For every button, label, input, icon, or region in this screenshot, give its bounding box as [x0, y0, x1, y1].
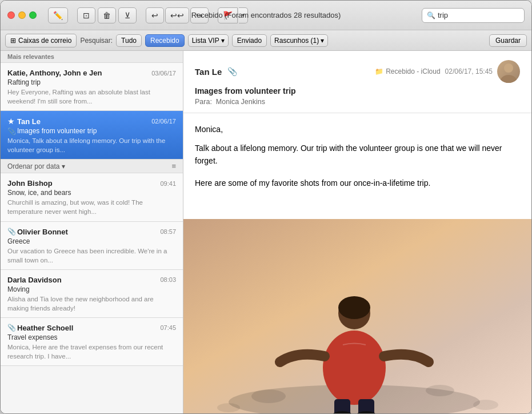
svg-point-6 [338, 296, 370, 319]
mailboxes-button[interactable]: ⊞ Caixas de correio [5, 34, 77, 47]
mailbox-icon: 📁 [375, 67, 383, 75]
filter-drafts-button[interactable]: Rascunhos (1) ▾ [270, 34, 328, 47]
sort-bar[interactable]: Ordenar por data ▾ ≡ [1, 160, 183, 173]
email-timestamp: 02/06/17, 15:45 [445, 67, 493, 75]
titlebar: ✏️ ⊡ 🗑 ⊻ ↩ ↩↩ ↪ 🚩 ▾ Recebido (Foram enco… [1, 1, 531, 30]
traffic-lights [7, 11, 37, 19]
filter-sent-button[interactable]: Enviado [232, 34, 267, 47]
reply-button[interactable]: ↩ [146, 7, 164, 23]
filter-vip-button[interactable]: Lista VIP ▾ [188, 34, 229, 47]
compose-button[interactable]: ✏️ [48, 7, 68, 23]
email-paragraph-2: Here are some of my favorite shots from … [195, 177, 520, 189]
email-greeting: Monica, [195, 125, 520, 134]
trash-button[interactable]: 🗑 [98, 7, 116, 23]
email-header-2: ★ Tan Le 02/06/17 [7, 117, 176, 126]
vip-dropdown-icon: ▾ [221, 37, 225, 45]
email-from-name: Tan Le [195, 67, 222, 77]
svg-point-0 [504, 63, 513, 73]
email-to: Monica Jenkins [216, 98, 265, 106]
section-header-relevant: Mais relevantes [1, 51, 183, 63]
mailboxes-icon: ⊞ [10, 37, 16, 45]
email-item-5[interactable]: Darla Davidson 08:03 Moving Alisha and T… [1, 270, 183, 318]
email-header-4: 📎 Olivier Bonnet 08:57 [7, 228, 176, 236]
email-subject-1: Rafting trip [7, 78, 176, 86]
search-input[interactable] [438, 11, 532, 19]
email-to-row: Para: Monica Jenkins [195, 98, 520, 106]
email-item-4[interactable]: 📎 Olivier Bonnet 08:57 Greece Our vacati… [1, 222, 183, 270]
email-sender-5: Darla Davidson [7, 276, 62, 284]
filter-inbox-button[interactable]: Recebido [145, 34, 185, 47]
email-header-5: Darla Davidson 08:03 [7, 276, 176, 284]
svg-point-12 [426, 385, 454, 396]
mailboxes-label: Caixas de correio [18, 37, 71, 45]
sort-label: Ordenar por data ▾ [7, 162, 65, 170]
search-bar: 🔍 ✕ [422, 8, 525, 23]
minimize-button[interactable] [18, 11, 26, 19]
email-date-1: 03/06/17 [151, 70, 176, 77]
email-subject-5: Moving [7, 285, 176, 293]
filterbar: ⊞ Caixas de correio Pesquisar: Tudo Rece… [1, 30, 531, 51]
email-subject-2: Images from volunteer trip [17, 127, 97, 135]
email-sender-3: John Bishop [7, 179, 53, 188]
email-preview-6: Monica, Here are the travel expenses fro… [7, 343, 176, 361]
email-subject-6: Travel expenses [7, 333, 176, 341]
drafts-dropdown-icon: ▾ [321, 37, 324, 45]
email-sender-6: Heather Schoell [17, 324, 73, 332]
svg-point-4 [323, 331, 386, 405]
move-button[interactable]: ⊻ [118, 7, 137, 23]
email-image [183, 219, 531, 413]
email-attachment-icon: 📎 [227, 67, 237, 76]
email-date-3: 09:41 [160, 180, 176, 187]
filter-all-button[interactable]: Tudo [116, 34, 142, 47]
email-subject-line: Images from volunteer trip [195, 86, 520, 95]
reply-all-button[interactable]: ↩↩ [165, 7, 189, 23]
attachment-icon-2: 📎 [7, 128, 16, 136]
email-header-6: 📎 Heather Schoell 07:45 [7, 324, 176, 332]
email-subject-3: Snow, ice, and bears [7, 189, 176, 197]
email-sender-2: Tan Le [17, 117, 41, 126]
window-title: Recebido (Foram encontrados 28 resultado… [191, 11, 341, 19]
archive-button[interactable]: ⊡ [77, 7, 95, 23]
email-mailbox-badge: 📁 Recebido - iCloud [375, 67, 440, 75]
email-date-5: 08:03 [160, 276, 176, 283]
email-list: Mais relevantes Katie, Anthony, John e J… [1, 51, 183, 413]
email-preview-1: Hey Everyone, Rafting was an absolute bl… [7, 87, 176, 106]
email-preview-5: Alisha and Tia love the new neighborhood… [7, 294, 176, 313]
mail-window: ✏️ ⊡ 🗑 ⊻ ↩ ↩↩ ↪ 🚩 ▾ Recebido (Foram enco… [0, 0, 532, 414]
svg-point-11 [251, 389, 286, 403]
email-mailbox-text: Recebido - iCloud [386, 67, 440, 75]
email-header-3: John Bishop 09:41 [7, 179, 176, 188]
main-content: Mais relevantes Katie, Anthony, John e J… [1, 51, 531, 413]
email-paragraph-1: Talk about a lifelong memory. Our trip w… [195, 142, 520, 168]
save-button[interactable]: Guardar [489, 34, 527, 47]
email-header-panel: Tan Le 📎 📁 Recebido - iCloud 02/06/17, 1… [183, 51, 531, 113]
svg-point-13 [217, 403, 240, 412]
sender-avatar [497, 60, 520, 83]
email-date-4: 08:57 [160, 228, 176, 235]
email-item-3[interactable]: John Bishop 09:41 Snow, ice, and bears C… [1, 173, 183, 221]
email-body[interactable]: Monica, Talk about a lifelong memory. Ou… [183, 113, 531, 219]
email-preview-4: Our vacation to Greece has been incredib… [7, 246, 176, 265]
email-date-2: 02/06/17 [151, 118, 176, 125]
email-subject-4: Greece [7, 237, 176, 245]
email-header-1: Katie, Anthony, John e Jen 03/06/17 [7, 69, 176, 77]
svg-point-1 [501, 75, 517, 83]
email-view: Tan Le 📎 📁 Recebido - iCloud 02/06/17, 1… [183, 51, 531, 413]
search-label: Pesquisar: [80, 37, 113, 45]
filter-icon: ≡ [171, 162, 176, 170]
email-item-6[interactable]: 📎 Heather Schoell 07:45 Travel expenses … [1, 318, 183, 366]
svg-point-14 [473, 400, 498, 410]
maximize-button[interactable] [29, 11, 37, 19]
to-label: Para: [195, 98, 212, 106]
email-sender-1: Katie, Anthony, John e Jen [7, 69, 102, 77]
search-icon: 🔍 [427, 11, 435, 19]
email-preview-2: Monica, Talk about a lifelong memory. Ou… [7, 136, 176, 154]
email-date-6: 07:45 [160, 324, 176, 331]
email-item-2[interactable]: ★ Tan Le 02/06/17 📎 Images from voluntee… [1, 111, 183, 160]
star-icon-2: ★ [7, 117, 15, 126]
email-preview-3: Churchill is amazing, but wow, was it co… [7, 198, 176, 216]
attachment-icon-4: 📎 [7, 228, 16, 236]
close-button[interactable] [7, 11, 15, 19]
email-sender-4: Olivier Bonnet [17, 228, 68, 236]
email-item-1[interactable]: Katie, Anthony, John e Jen 03/06/17 Raft… [1, 63, 183, 111]
